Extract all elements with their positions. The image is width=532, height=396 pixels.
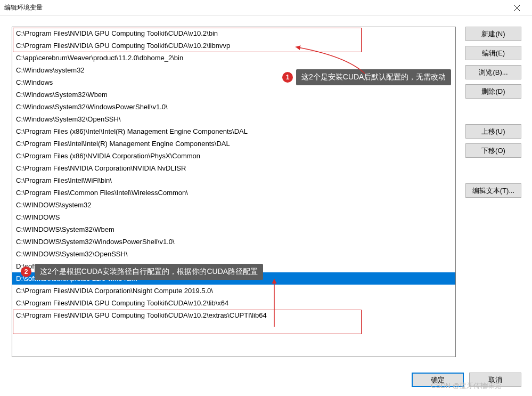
list-item[interactable]: C:\WINDOWS\System32\WindowsPowerShell\v1…: [12, 236, 455, 248]
list-item[interactable]: C:\Program Files (x86)\NVIDIA Corporatio…: [12, 150, 455, 162]
move-down-button[interactable]: 下移(O): [465, 143, 521, 158]
window-title: 编辑环境变量: [4, 3, 506, 12]
list-item[interactable]: C:\Program Files\Common Files\Intel\Wire…: [12, 187, 455, 199]
browse-button[interactable]: 浏览(B)...: [465, 65, 521, 79]
new-button[interactable]: 新建(N): [465, 27, 521, 41]
list-item[interactable]: C:\Windows\System32\Wbem: [12, 88, 455, 101]
list-item[interactable]: D:\software\other\SVN\svn_install_path\b…: [12, 260, 455, 272]
list-item[interactable]: C:\Program Files\NVIDIA Corporation\Nsig…: [12, 285, 455, 297]
delete-button[interactable]: 删除(D): [465, 84, 521, 99]
close-button[interactable]: [506, 0, 528, 16]
list-item[interactable]: C:\Program Files\NVIDIA GPU Computing To…: [12, 27, 455, 39]
edit-text-button[interactable]: 编辑文本(T)...: [465, 183, 521, 198]
list-item[interactable]: C:\Windows\System32\OpenSSH\: [12, 113, 455, 125]
list-item[interactable]: C:\WINDOWS\System32\OpenSSH\: [12, 248, 455, 260]
list-item[interactable]: C:\WINDOWS: [12, 211, 455, 223]
list-item[interactable]: C:\Windows\system32: [12, 64, 455, 76]
watermark: CSDN @蓝牙传输味觉: [431, 381, 501, 391]
move-up-button[interactable]: 上移(U): [465, 124, 521, 139]
list-item[interactable]: C:\Windows: [12, 76, 455, 88]
titlebar: 编辑环境变量: [0, 0, 532, 16]
list-item[interactable]: C:\Program Files\NVIDIA GPU Computing To…: [12, 297, 455, 309]
content-area: C:\Program Files\NVIDIA GPU Computing To…: [0, 16, 532, 362]
list-item[interactable]: C:\Program Files\Intel\Intel(R) Manageme…: [12, 138, 455, 150]
list-item[interactable]: C:\app\cerebrumWeaver\product\11.2.0\dbh…: [12, 52, 455, 64]
path-list[interactable]: C:\Program Files\NVIDIA GPU Computing To…: [12, 27, 456, 357]
close-icon: [514, 5, 520, 11]
list-item[interactable]: C:\Program Files\NVIDIA GPU Computing To…: [12, 309, 455, 321]
list-item[interactable]: C:\Program Files (x86)\Intel\Intel(R) Ma…: [12, 125, 455, 138]
list-item[interactable]: C:\Program Files\NVIDIA GPU Computing To…: [12, 39, 455, 52]
list-item[interactable]: C:\WINDOWS\System32\Wbem: [12, 223, 455, 236]
list-item[interactable]: D:\software\other\protoc-21.9-win64\bin: [12, 272, 455, 285]
button-sidebar: 新建(N) 编辑(E) 浏览(B)... 删除(D) 上移(U) 下移(O) 编…: [465, 27, 521, 357]
list-item[interactable]: C:\Windows\System32\WindowsPowerShell\v1…: [12, 101, 455, 113]
edit-button[interactable]: 编辑(E): [465, 46, 521, 60]
list-item[interactable]: C:\Program Files\Intel\WiFi\bin\: [12, 174, 455, 187]
list-item[interactable]: C:\WINDOWS\system32: [12, 199, 455, 211]
list-item[interactable]: C:\Program Files\NVIDIA Corporation\NVID…: [12, 162, 455, 174]
